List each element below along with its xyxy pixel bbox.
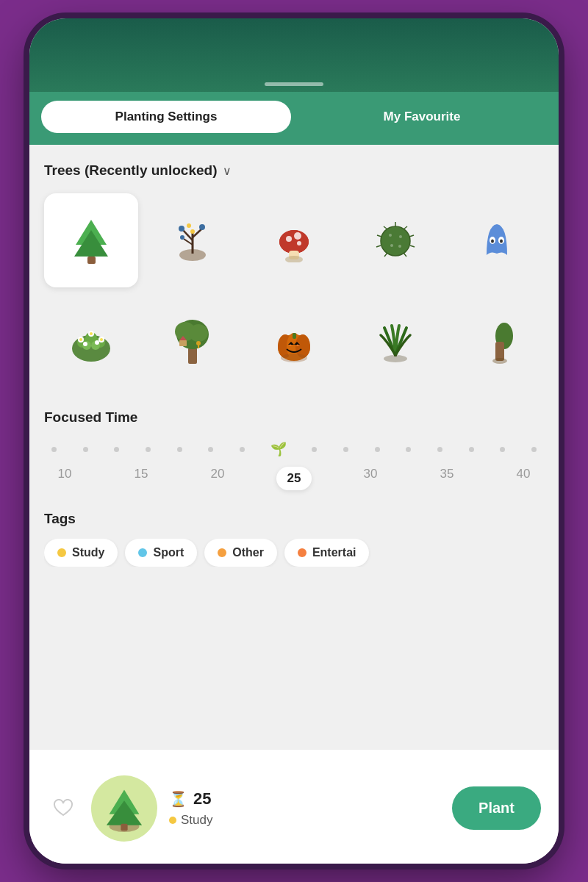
slider-sprout-icon: 🌱 bbox=[271, 442, 286, 456]
svg-point-10 bbox=[180, 235, 184, 240]
slider-dot-7 bbox=[240, 447, 245, 452]
svg-line-24 bbox=[409, 235, 414, 237]
bottom-tag-dot bbox=[169, 817, 176, 824]
bottom-info: ⏳ 25 Study bbox=[169, 789, 440, 828]
slider-dots-row: 🌱 bbox=[44, 437, 544, 461]
svg-rect-60 bbox=[198, 345, 199, 348]
svg-point-38 bbox=[500, 240, 503, 243]
tree-grid bbox=[44, 193, 544, 389]
time-35[interactable]: 35 bbox=[429, 467, 465, 490]
tag-study[interactable]: Study bbox=[44, 539, 118, 567]
tree-item-7[interactable] bbox=[247, 295, 341, 389]
slider-dot-5 bbox=[177, 447, 182, 452]
bottom-tag-display: Study bbox=[169, 813, 440, 828]
time-30[interactable]: 30 bbox=[353, 467, 388, 490]
svg-point-31 bbox=[389, 234, 392, 237]
slider-dot-6 bbox=[208, 447, 213, 452]
svg-point-56 bbox=[189, 324, 208, 342]
tab-bar: Planting Settings My Favourite bbox=[29, 92, 559, 145]
drag-indicator bbox=[265, 82, 323, 86]
phone-top bbox=[29, 18, 559, 92]
tag-entertainment[interactable]: Entertai bbox=[284, 539, 370, 567]
svg-point-8 bbox=[179, 226, 184, 232]
slider-dot-3 bbox=[114, 447, 119, 452]
tag-study-label: Study bbox=[72, 546, 104, 559]
svg-point-17 bbox=[297, 241, 301, 245]
svg-point-52 bbox=[100, 338, 103, 341]
tree-item-3[interactable] bbox=[348, 193, 442, 287]
tree-item-1[interactable] bbox=[146, 193, 240, 287]
tag-sport-label: Sport bbox=[153, 546, 184, 559]
tab-planting-settings[interactable]: Planting Settings bbox=[41, 101, 291, 133]
svg-line-23 bbox=[404, 226, 407, 229]
tree-item-2[interactable] bbox=[247, 193, 341, 287]
tag-other-label: Other bbox=[232, 546, 264, 559]
svg-point-50 bbox=[79, 338, 82, 341]
slider-dot-10 bbox=[375, 447, 380, 452]
tree-item-6[interactable] bbox=[146, 295, 240, 389]
svg-line-30 bbox=[384, 253, 387, 257]
svg-point-11 bbox=[190, 229, 195, 234]
svg-line-25 bbox=[410, 245, 415, 247]
tags-label: Tags bbox=[44, 511, 544, 527]
tree-item-4[interactable] bbox=[450, 193, 544, 287]
slider-dot-11 bbox=[406, 447, 411, 452]
slider-dot-14 bbox=[500, 447, 505, 452]
slider-dot-15 bbox=[531, 447, 537, 452]
svg-rect-53 bbox=[188, 348, 197, 364]
svg-point-74 bbox=[492, 358, 507, 364]
favourite-button[interactable] bbox=[47, 792, 79, 825]
focused-time-section: Focused Time 🌱 bbox=[44, 409, 544, 490]
svg-point-70 bbox=[281, 354, 307, 362]
tag-entertainment-dot bbox=[298, 548, 306, 557]
svg-line-28 bbox=[377, 235, 381, 237]
svg-point-9 bbox=[199, 224, 205, 230]
tree-preview bbox=[91, 775, 157, 842]
bottom-time-value: 25 bbox=[193, 789, 211, 808]
slider-dot-1 bbox=[51, 447, 57, 452]
time-20[interactable]: 20 bbox=[200, 467, 235, 490]
tags-section: Tags Study Sport Other Entertai bbox=[44, 511, 544, 567]
svg-point-48 bbox=[83, 342, 87, 346]
svg-point-12 bbox=[187, 223, 191, 228]
svg-point-19 bbox=[285, 256, 303, 262]
tree-item-8[interactable] bbox=[348, 295, 442, 389]
phone-frame: Planting Settings My Favourite Trees (Re… bbox=[29, 18, 559, 864]
svg-line-27 bbox=[384, 226, 387, 229]
svg-point-34 bbox=[398, 245, 401, 248]
slider-dot-9 bbox=[343, 447, 348, 452]
tags-list: Study Sport Other Entertai bbox=[44, 539, 544, 567]
slider-dot-13 bbox=[469, 447, 474, 452]
slider-dot-4 bbox=[146, 447, 151, 452]
chevron-down-icon[interactable]: ∨ bbox=[223, 164, 232, 178]
tag-other[interactable]: Other bbox=[204, 539, 277, 567]
tag-sport-dot bbox=[138, 548, 147, 557]
tab-my-favourite[interactable]: My Favourite bbox=[297, 101, 547, 133]
svg-point-71 bbox=[384, 355, 407, 362]
svg-point-16 bbox=[294, 232, 301, 240]
trees-section-title: Trees (Recently unlocked) bbox=[44, 162, 217, 179]
time-10[interactable]: 10 bbox=[47, 467, 82, 490]
tree-item-9[interactable] bbox=[450, 295, 544, 389]
svg-rect-78 bbox=[121, 824, 127, 831]
svg-point-49 bbox=[95, 340, 99, 345]
plant-button[interactable]: Plant bbox=[452, 786, 541, 830]
slider-dot-8 bbox=[312, 447, 317, 452]
time-40[interactable]: 40 bbox=[506, 467, 541, 490]
time-15[interactable]: 15 bbox=[123, 467, 159, 490]
svg-point-51 bbox=[90, 332, 93, 335]
tree-item-5[interactable] bbox=[44, 295, 138, 389]
slider-dot-12 bbox=[437, 447, 442, 452]
slider-dot-2 bbox=[83, 447, 88, 452]
svg-point-15 bbox=[286, 236, 292, 242]
svg-point-37 bbox=[491, 240, 494, 243]
time-25[interactable]: 25 bbox=[276, 467, 312, 490]
bottom-bar: ⏳ 25 Study Plant bbox=[29, 749, 559, 864]
bottom-time-display: ⏳ 25 bbox=[169, 789, 440, 808]
tag-sport[interactable]: Sport bbox=[125, 539, 197, 567]
svg-point-32 bbox=[399, 235, 402, 238]
tag-other-dot bbox=[218, 548, 226, 557]
tag-entertainment-label: Entertai bbox=[312, 546, 356, 559]
tree-item-0[interactable] bbox=[44, 193, 138, 287]
svg-rect-2 bbox=[87, 257, 96, 264]
